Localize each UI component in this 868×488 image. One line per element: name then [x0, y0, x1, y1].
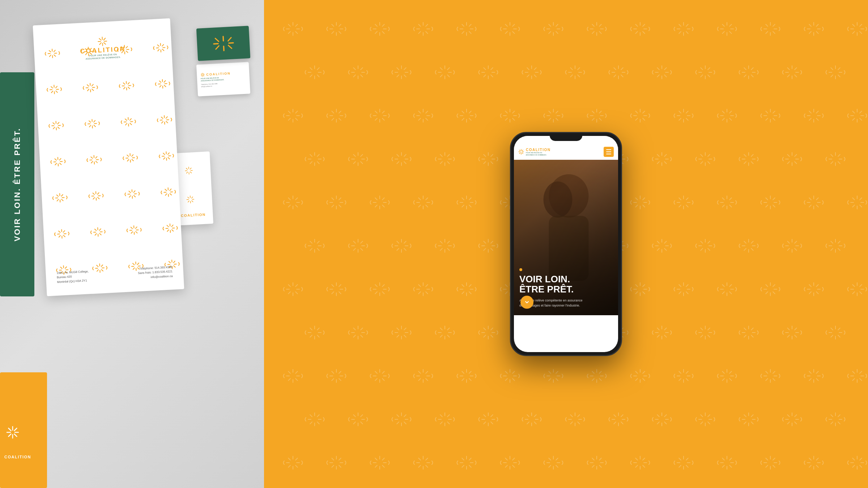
- green-card-text: VOIR LOIN. ÊTRE PRÊT.: [13, 128, 22, 241]
- svg-line-4: [9, 428, 11, 431]
- svg-line-44: [215, 38, 218, 41]
- orange-card: COALITION: [0, 372, 47, 488]
- green-vertical-card: VOIR LOIN. ÊTRE PRÊT.: [0, 72, 34, 296]
- orange-card-coalition-text: COALITION: [4, 455, 45, 459]
- phone-header-tagline: POUR UNE RELÈVE ENASSURANCE DE DOMMAGES.: [526, 152, 551, 155]
- svg-line-6: [14, 428, 17, 431]
- svg-line-46: [228, 37, 231, 40]
- svg-line-43: [229, 43, 233, 43]
- svg-line-23: [99, 43, 101, 44]
- phone-hero-dot: [519, 268, 522, 271]
- phone-menu-button[interactable]: [604, 147, 614, 157]
- business-card-info: Téléphone: 514.393.4398 info@coalition.c…: [201, 83, 218, 88]
- business-card-tagline: POUR UNE RELÈVE ENASSURANCE DE DOMMAGES.: [201, 77, 224, 82]
- letterhead-address: 1981, Av. McGill College, Bureau 420 Mon…: [56, 269, 89, 285]
- phone-logo-icon: [518, 149, 524, 155]
- svg-line-22: [103, 38, 105, 40]
- svg-line-45: [228, 45, 231, 48]
- phone-hero-headline: VOIR LOIN. ÊTRE PRÊT.: [519, 274, 613, 295]
- left-panel: VOIR LOIN. ÊTRE PRÊT. COALITION: [0, 0, 264, 488]
- svg-line-52: [201, 74, 202, 74]
- svg-line-20: [99, 38, 101, 40]
- letterhead-logo: COALITION POUR UNE RELÈVE ENASSURANCE DE…: [80, 35, 126, 61]
- svg-line-7: [9, 434, 11, 437]
- svg-line-42: [214, 43, 218, 44]
- green-card-burst-icon: [212, 35, 234, 52]
- phone-hero-section: VOIR LOIN. ÊTRE PRÊT. Attirer une relève…: [514, 160, 618, 315]
- phone-logo: COALITION POUR UNE RELÈVE ENASSURANCE DE…: [518, 148, 551, 155]
- phone-scroll-button[interactable]: [520, 296, 533, 309]
- svg-line-54: [203, 73, 204, 74]
- scroll-down-icon: [524, 299, 530, 305]
- phone-screen: COALITION POUR UNE RELÈVE ENASSURANCE DE…: [514, 136, 618, 352]
- svg-line-40: [223, 37, 223, 41]
- hamburger-line-3: [606, 154, 611, 154]
- svg-line-5: [14, 434, 17, 437]
- letterhead-burst-icon: [97, 36, 107, 47]
- green-business-card: [196, 26, 251, 61]
- svg-line-71: [522, 150, 523, 151]
- svg-line-62: [267, 3, 269, 5]
- business-card-burst-icon: [200, 73, 205, 77]
- svg-line-72: [519, 153, 520, 154]
- letterhead: COALITION POUR UNE RELÈVE ENASSURANCE DE…: [33, 18, 184, 296]
- letterhead-pattern: [33, 18, 184, 296]
- svg-rect-56: [264, 0, 267, 1]
- svg-line-53: [203, 75, 204, 76]
- business-card-brand-name: COALITION: [206, 72, 231, 77]
- svg-line-21: [104, 42, 106, 44]
- hamburger-line-2: [606, 151, 611, 152]
- phone-mockup: COALITION POUR UNE RELÈVE ENASSURANCE DE…: [510, 132, 622, 356]
- hamburger-line-1: [606, 149, 611, 150]
- svg-line-70: [522, 153, 523, 154]
- right-panel: COALITION POUR UNE RELÈVE ENASSURANCE DE…: [264, 0, 868, 488]
- envelope-brand-text: COALITION: [181, 212, 206, 218]
- orange-card-burst-icon: [5, 425, 20, 440]
- phone-notch: [550, 133, 582, 141]
- phone-header-brand-name: COALITION: [526, 148, 551, 152]
- svg-line-69: [519, 150, 520, 151]
- svg-line-47: [216, 46, 219, 49]
- svg-line-41: [224, 46, 224, 50]
- svg-line-55: [201, 76, 202, 76]
- white-business-card: COALITION POUR UNE RELÈVE ENASSURANCE DE…: [196, 62, 250, 96]
